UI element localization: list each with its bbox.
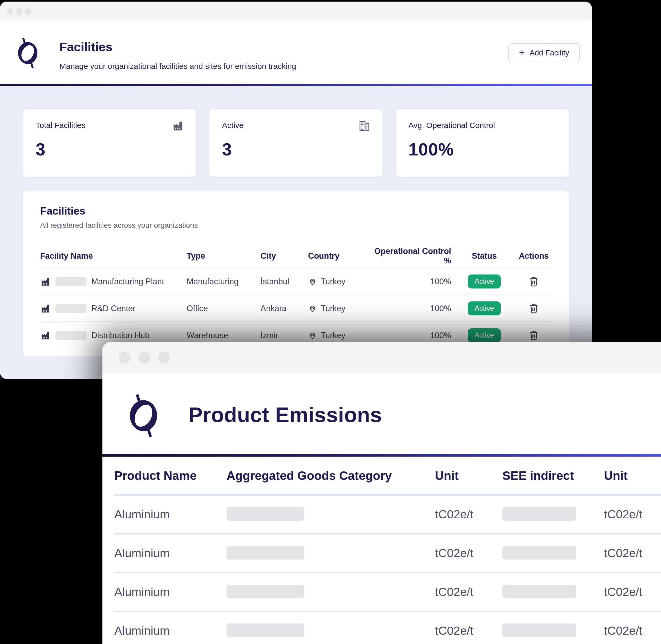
- facility-city: Ankara: [260, 304, 308, 313]
- facility-name: Manufacturing Plant: [91, 277, 164, 286]
- product-emissions-table: Product Name Aggregated Goods Category U…: [102, 457, 661, 644]
- trash-icon: [528, 276, 540, 288]
- header-accent-divider: [0, 84, 592, 86]
- col-operational-control: Operational Control %: [374, 247, 453, 266]
- facility-city: İstanbul: [260, 277, 308, 286]
- building-icon: [358, 120, 370, 132]
- window-control-dot[interactable]: [119, 352, 130, 364]
- table-header-row: Product Name Aggregated Goods Category U…: [114, 457, 661, 495]
- delete-facility-button[interactable]: [528, 303, 540, 314]
- col-actions: Actions: [515, 251, 552, 261]
- redacted-org-name: [55, 331, 87, 340]
- facilities-window: Facilities Manage your organizational fa…: [0, 2, 592, 379]
- product-name: Aluminium: [114, 508, 227, 521]
- col-status: Status: [453, 251, 515, 261]
- unit-value-2: tC02e/t: [604, 585, 661, 599]
- status-badge: Active: [468, 328, 501, 342]
- window-chrome: [0, 2, 592, 21]
- page-content: Total Facilities 3 Active 3: [0, 86, 592, 379]
- redacted-category-value: [227, 507, 304, 521]
- status-badge: Active: [468, 301, 501, 315]
- window-control-dot[interactable]: [25, 8, 31, 15]
- delete-facility-button[interactable]: [528, 276, 540, 288]
- redacted-org-name: [55, 277, 87, 286]
- stat-value: 3: [222, 139, 370, 159]
- stats-row: Total Facilities 3 Active 3: [22, 108, 569, 178]
- facilities-table-card: Facilities All registered facilities acr…: [22, 191, 569, 356]
- facility-type: Manufacturing: [187, 277, 260, 286]
- table-row[interactable]: Aluminium tC02e/t tC02e/t: [114, 611, 661, 644]
- table-row[interactable]: Manufacturing Plant Manufacturing İstanb…: [40, 268, 552, 295]
- col-city: City: [260, 251, 308, 261]
- product-name: Aluminium: [114, 624, 227, 638]
- window-control-dot[interactable]: [158, 352, 170, 364]
- redacted-see-indirect-value: [502, 507, 576, 521]
- stat-label: Avg. Operational Control: [408, 121, 556, 130]
- facility-city: İzmir: [260, 331, 308, 340]
- redacted-org-name: [55, 304, 87, 313]
- unit-value: tC02e/t: [435, 585, 502, 599]
- product-name: Aluminium: [114, 585, 227, 599]
- col-unit: Unit: [435, 468, 502, 483]
- facilities-table: Facility Name Type City Country Operatio…: [40, 245, 552, 348]
- stat-value: 3: [36, 139, 183, 159]
- window-chrome: [102, 342, 661, 373]
- unit-value: tC02e/t: [435, 508, 502, 521]
- window-control-dot[interactable]: [16, 8, 22, 15]
- status-badge: Active: [468, 275, 501, 289]
- location-pin-icon: [308, 304, 317, 313]
- product-emissions-window: Product Emissions Product Name Aggregate…: [102, 342, 661, 644]
- header-accent-divider: [102, 454, 661, 457]
- unit-value-2: tC02e/t: [604, 508, 661, 521]
- factory-icon: [40, 276, 51, 287]
- col-type: Type: [187, 251, 260, 261]
- add-facility-button[interactable]: + Add Facility: [508, 43, 580, 62]
- stat-card-active: Active 3: [209, 108, 383, 178]
- facility-country: Turkey: [321, 331, 345, 340]
- add-facility-label: Add Facility: [529, 49, 569, 57]
- table-row[interactable]: Aluminium tC02e/t tC02e/t: [114, 495, 661, 533]
- brand-logo-icon: [17, 38, 39, 69]
- facility-type: Warehouse: [187, 331, 260, 340]
- col-unit-2: Unit: [604, 468, 661, 483]
- page-header: Product Emissions: [102, 373, 661, 454]
- col-country: Country: [308, 251, 374, 261]
- table-row[interactable]: R&D Center Office Ankara Turkey 100% Act…: [40, 295, 552, 321]
- card-title: Facilities: [40, 205, 552, 217]
- redacted-category-value: [227, 546, 304, 559]
- unit-value: tC02e/t: [435, 624, 502, 638]
- plus-icon: +: [519, 47, 525, 57]
- table-header-row: Facility Name Type City Country Operatio…: [40, 245, 552, 268]
- window-control-dot[interactable]: [7, 8, 13, 15]
- page-title: Facilities: [60, 40, 112, 54]
- location-pin-icon: [308, 331, 317, 340]
- stat-label: Active: [222, 121, 370, 130]
- stat-label: Total Facilities: [36, 121, 183, 130]
- window-control-dot[interactable]: [139, 352, 150, 364]
- stat-value: 100%: [408, 139, 556, 159]
- operational-control-value: 100%: [374, 277, 453, 286]
- delete-facility-button[interactable]: [528, 330, 540, 341]
- facility-type: Office: [187, 304, 260, 313]
- canvas: Facilities Manage your organizational fa…: [0, 0, 661, 644]
- operational-control-value: 100%: [374, 304, 453, 313]
- table-row[interactable]: Aluminium tC02e/t tC02e/t: [114, 533, 661, 572]
- trash-icon: [528, 303, 540, 314]
- factory-icon: [40, 330, 51, 341]
- table-row[interactable]: Aluminium tC02e/t tC02e/t: [114, 572, 661, 611]
- unit-value: tC02e/t: [435, 546, 502, 560]
- redacted-see-indirect-value: [502, 584, 576, 598]
- card-subtitle: All registered facilities across your or…: [40, 221, 552, 230]
- product-name: Aluminium: [114, 546, 227, 560]
- stat-card-avg-operational-control: Avg. Operational Control 100%: [395, 108, 569, 178]
- facility-country: Turkey: [321, 277, 345, 286]
- redacted-see-indirect-value: [502, 623, 576, 637]
- redacted-see-indirect-value: [502, 546, 576, 559]
- factory-icon: [40, 303, 51, 314]
- trash-icon: [528, 330, 540, 341]
- col-see-indirect: SEE indirect: [502, 468, 604, 483]
- operational-control-value: 100%: [374, 331, 453, 340]
- col-product-name: Product Name: [114, 468, 227, 483]
- redacted-category-value: [227, 584, 304, 598]
- factory-icon: [172, 120, 184, 132]
